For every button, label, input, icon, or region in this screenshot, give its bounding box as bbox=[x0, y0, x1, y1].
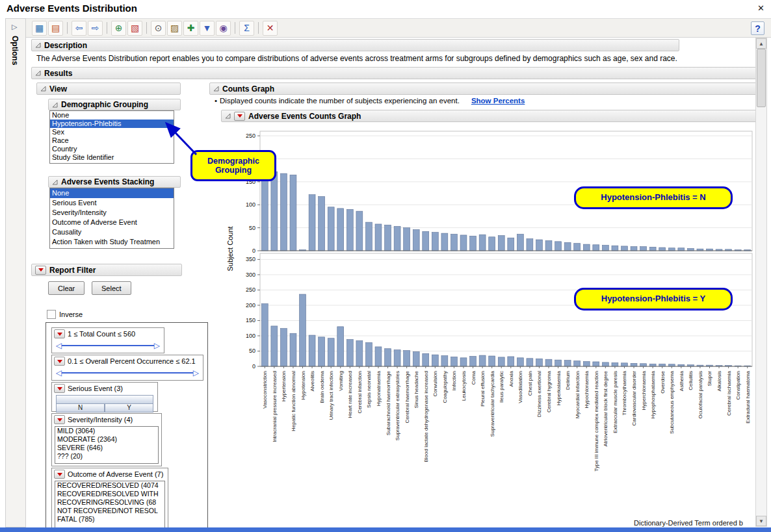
search-report-icon[interactable]: ⊙ bbox=[151, 21, 166, 36]
list-item[interactable]: Severity/Intensity bbox=[50, 208, 174, 218]
show-percents-link[interactable]: Show Percents bbox=[471, 97, 525, 105]
svg-text:200: 200 bbox=[246, 302, 255, 309]
list-item[interactable]: Causality bbox=[50, 227, 174, 237]
svg-text:Cerebral ischaemia: Cerebral ischaemia bbox=[726, 370, 732, 415]
toolbar: ▦▤⇦⇨⊕▧⊙▨✚▼◉Σ✕ ? bbox=[26, 18, 771, 38]
list-item[interactable]: Outcome of Adverse Event bbox=[50, 218, 174, 227]
severity-intensity-filter-label: Severity/Intensity (4) bbox=[68, 416, 133, 424]
add-analysis-icon[interactable]: ✚ bbox=[183, 21, 198, 36]
list-item[interactable]: Action Taken with Study Treatmen bbox=[50, 237, 174, 247]
demographic-grouping-header-label: Demographic Grouping bbox=[61, 100, 148, 109]
description-header[interactable]: Description bbox=[31, 39, 679, 51]
list-item[interactable]: MODERATE (2364) bbox=[55, 435, 158, 444]
disclosure-icon[interactable] bbox=[52, 179, 58, 185]
journal-icon[interactable]: ▤ bbox=[48, 21, 63, 36]
demographic-grouping-header[interactable]: Demographic Grouping bbox=[48, 99, 181, 110]
slider-left-handle-icon[interactable]: ◁ bbox=[56, 368, 62, 377]
disclosure-icon[interactable] bbox=[35, 42, 41, 48]
globe-refresh-icon[interactable]: ⊕ bbox=[111, 21, 126, 36]
list-item[interactable]: Race bbox=[50, 136, 174, 145]
list-item[interactable]: RECOVERED/RESOLVED WITH bbox=[55, 490, 164, 498]
results-header[interactable]: Results bbox=[31, 67, 761, 79]
disclosure-icon[interactable] bbox=[35, 70, 41, 76]
forward-arrow-icon[interactable]: ⇨ bbox=[88, 21, 103, 36]
slider-right-handle-icon[interactable]: ▷ bbox=[154, 341, 160, 350]
list-item-selected[interactable]: None bbox=[50, 188, 174, 198]
disclosure-icon[interactable] bbox=[225, 113, 231, 119]
toolbar-separator bbox=[235, 22, 235, 34]
level-missing-segment[interactable] bbox=[56, 395, 153, 404]
demographic-grouping-list[interactable]: None Hypotension-Phlebitis Sex Race Coun… bbox=[49, 110, 174, 164]
list-item[interactable]: SEVERE (646) bbox=[55, 444, 158, 452]
filter-icon[interactable]: ▼ bbox=[200, 21, 215, 36]
level-y-segment[interactable]: Y bbox=[105, 403, 153, 412]
scrollbar-thumb[interactable] bbox=[757, 49, 766, 107]
list-item[interactable]: NOT RECOVERED/NOT RESOL bbox=[55, 507, 164, 515]
close-icon[interactable]: ✕ bbox=[757, 3, 764, 13]
severity-intensity-list[interactable]: MILD (3064) MODERATE (2364) SEVERE (646)… bbox=[55, 426, 159, 464]
adverse-events-counts-chart[interactable]: 050100150200250050100150200250300350Vaso… bbox=[224, 123, 755, 527]
disclosure-icon[interactable] bbox=[213, 86, 219, 92]
adverse-events-distribution-window: Adverse Events Distribution ✕ ▦▤⇦⇨⊕▧⊙▨✚▼… bbox=[0, 0, 771, 532]
help-icon[interactable]: ? bbox=[751, 21, 764, 35]
red-triangle-menu-icon[interactable] bbox=[54, 357, 65, 366]
svg-text:Constipation: Constipation bbox=[735, 371, 741, 399]
adverse-events-stacking-header[interactable]: Adverse Events Stacking bbox=[48, 176, 181, 188]
inverse-label: Inverse bbox=[59, 310, 83, 318]
list-item[interactable]: Serious Event bbox=[50, 198, 174, 208]
expand-options-icon[interactable]: ▷ bbox=[12, 23, 17, 31]
svg-text:Intracranial pressure increase: Intracranial pressure increased bbox=[272, 371, 278, 442]
pdf-report-icon[interactable]: ▧ bbox=[127, 21, 142, 36]
svg-text:50: 50 bbox=[249, 225, 255, 231]
total-count-range-slider[interactable]: ◁ ▷ bbox=[56, 341, 160, 350]
svg-text:250: 250 bbox=[246, 286, 255, 293]
red-triangle-menu-icon[interactable] bbox=[234, 112, 245, 121]
outcome-list[interactable]: RECOVERED/RESOLVED (4074 RECOVERED/RESOL… bbox=[55, 481, 165, 529]
select-button[interactable]: Select bbox=[92, 281, 131, 295]
svg-text:Brain oedema: Brain oedema bbox=[319, 370, 325, 403]
adverse-events-stacking-list[interactable]: None Serious Event Severity/Intensity Ou… bbox=[49, 188, 174, 249]
red-triangle-menu-icon[interactable] bbox=[54, 470, 65, 479]
red-triangle-menu-icon[interactable] bbox=[54, 384, 65, 393]
overall-percent-range-slider[interactable]: ◁ ▷ bbox=[56, 368, 199, 377]
close-report-icon[interactable]: ✕ bbox=[263, 21, 278, 36]
level-n-segment[interactable]: N bbox=[56, 403, 105, 412]
scroll-down-icon[interactable]: ▼ bbox=[756, 516, 766, 526]
slider-left-handle-icon[interactable]: ◁ bbox=[56, 341, 62, 350]
outcome-filter: Outcome of Adverse Event (7) RECOVERED/R… bbox=[51, 468, 168, 529]
red-triangle-menu-icon[interactable] bbox=[35, 266, 46, 275]
adverse-events-counts-graph-header[interactable]: Adverse Events Counts Graph bbox=[221, 110, 762, 122]
scroll-up-icon[interactable]: ▲ bbox=[756, 38, 766, 49]
list-item-selected[interactable]: Hypotension-Phlebitis bbox=[50, 120, 174, 128]
list-item[interactable]: Study Site Identifier bbox=[50, 153, 174, 162]
list-item[interactable]: ??? (20) bbox=[55, 452, 158, 461]
grabber-hand-icon[interactable]: ◉ bbox=[216, 21, 231, 36]
list-item[interactable]: FATAL (785) bbox=[55, 515, 164, 524]
svg-text:Chest pain: Chest pain bbox=[527, 371, 533, 396]
overall-percent-filter-label: 0.1 ≤ Overall Percent Occurrence ≤ 62.1 bbox=[68, 357, 196, 365]
list-item[interactable]: Sex bbox=[50, 128, 174, 136]
back-arrow-icon[interactable]: ⇦ bbox=[72, 21, 86, 36]
list-item[interactable]: Country bbox=[50, 145, 174, 153]
disclosure-icon[interactable] bbox=[40, 86, 46, 92]
inverse-checkbox[interactable] bbox=[47, 310, 56, 319]
list-item[interactable]: None bbox=[50, 111, 174, 120]
disclosure-icon[interactable] bbox=[52, 102, 58, 108]
list-item[interactable]: MILD (3064) bbox=[55, 427, 158, 435]
options-panel[interactable]: ▷ Options bbox=[5, 18, 26, 527]
red-triangle-menu-icon[interactable] bbox=[54, 329, 65, 338]
red-triangle-menu-icon[interactable] bbox=[54, 415, 65, 424]
annotate-icon[interactable]: ▨ bbox=[167, 21, 182, 36]
svg-text:0: 0 bbox=[252, 247, 255, 254]
list-item[interactable]: RECOVERED/RESOLVED (4074 bbox=[55, 481, 164, 490]
data-table-icon[interactable]: ▦ bbox=[32, 21, 47, 36]
list-item[interactable]: RECOVERING/RESOLVING (68 bbox=[55, 498, 164, 507]
vertical-scrollbar[interactable]: ▲ ▼ bbox=[755, 38, 767, 527]
view-header[interactable]: View bbox=[36, 82, 181, 95]
report-filter-header[interactable]: Report Filter bbox=[31, 264, 182, 276]
summary-sigma-icon[interactable]: Σ bbox=[239, 21, 254, 36]
counts-graph-header[interactable]: Counts Graph bbox=[209, 82, 762, 95]
slider-right-handle-icon[interactable]: ▷ bbox=[193, 368, 199, 377]
clear-button[interactable]: Clear bbox=[48, 281, 85, 295]
svg-text:Hypochloraemia: Hypochloraemia bbox=[584, 370, 590, 408]
